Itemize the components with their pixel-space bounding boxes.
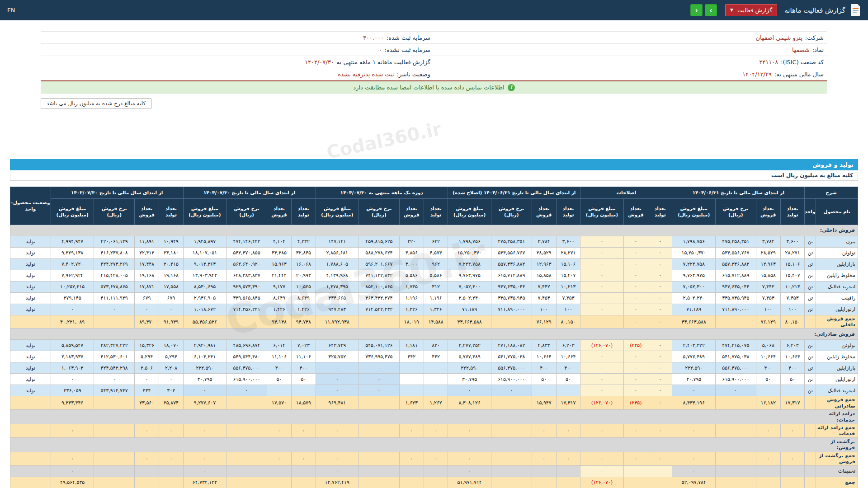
value-cell: ۰	[580, 236, 624, 248]
value-cell: ۴,۸۵۶	[399, 248, 424, 259]
value-cell: ۰	[648, 293, 672, 304]
value-cell: ۵,۵۸۶	[399, 270, 424, 282]
status-cell	[10, 396, 51, 409]
value-cell: ۵۴۱,۷۷۵,۰۳۸	[716, 351, 756, 362]
value-cell: ۴۸۵,۶۹۶,۸۷۴	[226, 340, 267, 351]
value-cell: ۰	[623, 259, 648, 270]
column-header: تعداد تولید	[159, 199, 183, 225]
value-cell: ۰	[316, 452, 359, 465]
value-cell	[556, 385, 580, 396]
value-cell: ۲۵,۸۷۴	[159, 396, 183, 409]
column-header: تعداد فروش	[532, 199, 556, 225]
value-cell: ۱۶,۰۶۸	[292, 259, 316, 270]
value-cell: ۰	[580, 385, 624, 396]
value-cell: ۷,۴۴۲	[756, 282, 780, 293]
value-cell: ۹۴,۷۳۸	[292, 315, 316, 328]
value-cell: ۰	[648, 248, 672, 259]
value-cell: ۱۵,۳۲۶	[134, 340, 159, 351]
value-cell: ۷۱۱,۸۹۰,۰۰۰	[491, 304, 532, 315]
info-icon: i	[508, 84, 515, 91]
value-cell: ۲۸,۵۲۹	[532, 248, 556, 259]
status-cell	[10, 424, 51, 437]
value-cell	[424, 465, 448, 477]
section-row: فروش صادراتی:	[10, 328, 858, 340]
unit-cell	[805, 424, 816, 437]
status-cell: تولید	[10, 351, 51, 362]
unit-cell: تن	[805, 351, 816, 362]
info-pair: سرمایه ثبت نشده:۰	[41, 47, 434, 53]
info-pair: سرمایه ثبت شده:۳۰۰,۰۰۰	[41, 34, 434, 41]
value-cell: ۱۷,۳۱۷	[556, 396, 580, 409]
column-header: مبلغ فروش (میلیون ریال)	[448, 199, 491, 225]
info-label: سرمایه ثبت نشده:	[385, 47, 430, 53]
value-cell	[94, 452, 135, 465]
language-toggle-en[interactable]: EN	[7, 7, 15, 14]
product-name-cell: رافینت	[816, 293, 858, 304]
value-cell: ۱۵,۴۰۷	[780, 270, 804, 282]
report-document-icon[interactable]	[851, 4, 861, 16]
table-row: مخلوط زایلینتن۱۰,۶۶۴۱۰,۶۶۴۵۴۱,۷۷۵,۰۳۸۵,۷…	[10, 351, 858, 362]
status-cell: تولید	[10, 282, 51, 293]
value-cell: ۲۰,۹۹۳	[292, 270, 316, 282]
value-cell: ۲۸,۲۷۱	[556, 248, 580, 259]
value-cell: ۰	[159, 304, 183, 315]
value-cell: ۰	[316, 385, 359, 396]
value-cell: ۹,۷۶۳,۹۷۵	[672, 270, 716, 282]
next-report-button[interactable]: ›	[705, 4, 717, 16]
value-cell	[716, 465, 756, 477]
value-cell: ۰	[623, 385, 648, 396]
column-group-header: از ابتدای سال مالی تا تاریخ ۱۴۰۴/۰۷/۳۰	[183, 187, 316, 199]
value-cell	[359, 477, 400, 488]
table-row: جمع برگشت از فروش۰۰۰۰۰۰۰۰۰۰۰۰۰۰۰۰۰۰	[10, 452, 858, 465]
value-cell: ۸,۶۴۹	[267, 293, 291, 304]
value-cell: ۷,۴۵۳	[556, 293, 580, 304]
value-cell	[424, 362, 448, 374]
value-cell: ۰	[580, 315, 624, 328]
value-cell: ۰	[780, 424, 804, 437]
product-name-cell: جمع درآمد ارائه خدمات	[816, 424, 858, 437]
value-cell	[780, 385, 804, 396]
value-cell	[648, 477, 672, 488]
value-cell	[94, 477, 135, 488]
value-cell: ۰	[623, 248, 648, 259]
value-cell: ۰	[556, 424, 580, 437]
value-cell	[226, 315, 267, 328]
value-cell: ۱,۷۳۵	[399, 282, 424, 293]
table-row: مخلوط زایلینتن۱۵,۴۰۷۱۵,۸۵۸۶۱۵,۷۱۲,۸۸۹۹,۷…	[10, 270, 858, 282]
table-row: تولوئنتن۶,۲۰۳۵,۰۶۸۴۷۴,۲۱۵,۰۷۵۲,۴۰۳,۳۲۲۰(…	[10, 340, 858, 351]
value-cell: ۰	[648, 259, 672, 270]
value-cell	[134, 465, 159, 477]
info-pair: کد صنعت (ISIC):۴۴۱۱۰۸	[434, 59, 827, 66]
value-cell: ۱۵,۱۰۶	[780, 259, 804, 270]
value-cell: ۱۱,۱۰۶	[292, 351, 316, 362]
previous-report-button[interactable]: ‹	[690, 4, 703, 16]
section-label: فروش داخلی:	[820, 227, 855, 234]
value-cell: ۰	[756, 452, 780, 465]
value-cell: ۲۲۲,۵۹۰	[183, 362, 226, 374]
value-cell: ۱,۷۸۸,۶۰۵	[316, 259, 359, 270]
value-cell: ۵,۲۹۴	[159, 351, 183, 362]
value-cell: ۵۰	[532, 374, 556, 385]
value-cell: ۷۱۴,۳۵۶,۲۴۱	[226, 304, 267, 315]
value-cell: ۴۷۵,۳۵۸,۳۵۱	[716, 236, 756, 248]
value-cell: ۱۹,۱۶۸	[159, 270, 183, 282]
unit-cell: تن	[805, 270, 816, 282]
value-cell	[716, 452, 756, 465]
value-cell: ۳۲۵,۷۵۲	[316, 351, 359, 362]
value-cell: ۷,۲۲۴,۷۵۸	[672, 259, 716, 270]
product-name-cell: پارازایلین	[816, 362, 858, 374]
status-cell: تولید	[10, 304, 51, 315]
value-cell	[623, 477, 648, 488]
value-cell: ۱,۳۲۶	[399, 304, 424, 315]
value-cell: ۶۱۵,۹۰۰,۰۰۰	[491, 374, 532, 385]
value-cell: ۲۱,۴۴۴	[267, 270, 291, 282]
value-cell: ۵۶۴,۶۴۰,۹۲۰	[226, 259, 267, 270]
value-cell: ۰	[623, 270, 648, 282]
value-cell	[648, 465, 672, 477]
product-name-cell: پارازایلین	[816, 259, 858, 270]
watermark: Codal360.ir	[325, 118, 443, 163]
value-cell	[556, 477, 580, 488]
report-type-dropdown[interactable]: گزارش فعالیت ▼	[725, 4, 777, 16]
value-cell: ۲۸,۵۲۹	[756, 248, 780, 259]
table-row: ارتوزایلینتن۱۰۰۱۰۰۷۱۱,۸۹۰,۰۰۰۷۱,۱۸۹۰۰۰۱۰…	[10, 304, 858, 315]
